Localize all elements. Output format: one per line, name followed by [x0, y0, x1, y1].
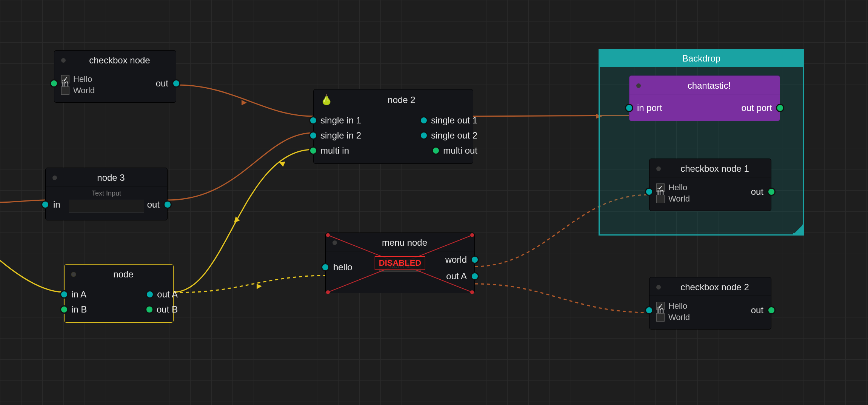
node-title: node [80, 269, 166, 280]
backdrop-title: Backdrop [600, 50, 803, 67]
port-label: out [156, 78, 168, 89]
port-in-b[interactable]: in B [60, 304, 87, 315]
port-in[interactable]: in [41, 199, 60, 210]
pear-icon: 🍐 [320, 94, 332, 106]
port-label: in A [71, 289, 86, 300]
node-checkbox-1[interactable]: checkbox node 1 ✓Hello World in out [649, 159, 771, 211]
port-label: multi in [320, 145, 349, 156]
node-status-dot [636, 83, 641, 88]
port-label: in B [71, 304, 87, 315]
port-label: in [53, 199, 60, 210]
node-title: checkbox node 2 [665, 282, 764, 293]
node-title: chantastic! [645, 80, 773, 91]
checkbox-label: World [668, 194, 690, 204]
port-label: in [62, 78, 69, 89]
field-label: Text Input [52, 189, 160, 197]
port-label: in port [637, 103, 662, 113]
port-multi-out[interactable]: multi out [432, 145, 477, 156]
port-label: out port [742, 103, 772, 113]
port-label: out A [446, 271, 467, 282]
node-checkbox-2[interactable]: checkbox node 2 ✓Hello World in out [649, 277, 771, 330]
node-title: menu node [342, 237, 468, 248]
port-multi-in[interactable]: multi in [309, 145, 349, 156]
node-status-dot [71, 272, 76, 277]
port-label: hello [333, 262, 352, 273]
node-generic[interactable]: node in A out A in B out B [64, 264, 174, 323]
port-in[interactable]: in [645, 305, 664, 316]
checkbox-label: World [668, 313, 690, 322]
port-in[interactable]: in [645, 186, 664, 197]
port-out[interactable]: out [751, 186, 776, 197]
checkbox-option[interactable]: World [656, 313, 764, 322]
port-out-a[interactable]: out A [446, 271, 479, 282]
port-label: multi out [443, 145, 477, 156]
node-status-dot [332, 240, 337, 245]
node-menu[interactable]: menu node item 1 hello world out A DISAB… [325, 233, 475, 293]
port-label: in [657, 305, 664, 316]
node-checkbox[interactable]: checkbox node ✓Hello World in out [54, 50, 176, 103]
port-hello[interactable]: hello [321, 262, 352, 273]
node-status-dot [61, 58, 66, 63]
node-2[interactable]: 🍐 node 2 single in 1 single out 1 single… [313, 89, 473, 164]
port-single-in-1[interactable]: single in 1 [309, 115, 361, 126]
checkbox-label: World [73, 86, 95, 95]
port-single-in-2[interactable]: single in 2 [309, 130, 361, 141]
node-status-dot [656, 166, 661, 171]
checkbox-option[interactable]: World [656, 194, 764, 204]
port-label: single out 2 [431, 130, 477, 141]
port-label: single in 2 [320, 130, 361, 141]
port-out-a[interactable]: out A [146, 289, 178, 300]
port-out[interactable]: out [147, 199, 172, 210]
port-in-port[interactable]: in port [625, 103, 662, 113]
port-label: out A [157, 289, 178, 300]
port-out-b[interactable]: out B [145, 304, 178, 315]
node-title: node 3 [62, 172, 160, 183]
port-label: out [751, 186, 763, 197]
text-input[interactable] [69, 200, 144, 213]
port-label: out B [157, 304, 178, 315]
port-label: in [657, 186, 664, 197]
port-in-a[interactable]: in A [60, 289, 86, 300]
checkbox-label: Hello [73, 74, 92, 84]
port-label: single in 1 [320, 115, 361, 126]
port-label: out [147, 199, 160, 210]
disabled-badge: DISABLED [375, 256, 425, 270]
port-label: single out 1 [431, 115, 477, 126]
port-label: world [445, 254, 467, 265]
node-3[interactable]: node 3 Text Input in out [45, 168, 168, 220]
node-title: checkbox node [70, 55, 169, 66]
port-label: out [751, 305, 763, 316]
port-single-out-1[interactable]: single out 1 [420, 115, 477, 126]
checkbox-option[interactable]: ✓Hello [656, 301, 764, 311]
port-world[interactable]: world [445, 254, 479, 265]
checkbox-label: Hello [668, 183, 687, 192]
node-status-dot [52, 176, 57, 180]
node-status-dot [656, 285, 661, 290]
checkbox-option[interactable]: ✓Hello [61, 74, 169, 84]
checkbox-label: Hello [668, 301, 687, 311]
node-title: node 2 [337, 95, 466, 105]
checkbox-option[interactable]: World [61, 86, 169, 95]
port-in[interactable]: in [50, 78, 69, 89]
backdrop-resize-handle[interactable] [793, 225, 803, 234]
port-single-out-2[interactable]: single out 2 [420, 130, 477, 141]
port-out-port[interactable]: out port [742, 103, 784, 113]
port-out[interactable]: out [751, 305, 776, 316]
node-chantastic[interactable]: chantastic! in port out port [629, 75, 780, 121]
node-title: checkbox node 1 [665, 163, 764, 174]
port-out[interactable]: out [156, 78, 180, 89]
checkbox-option[interactable]: ✓Hello [656, 183, 764, 192]
